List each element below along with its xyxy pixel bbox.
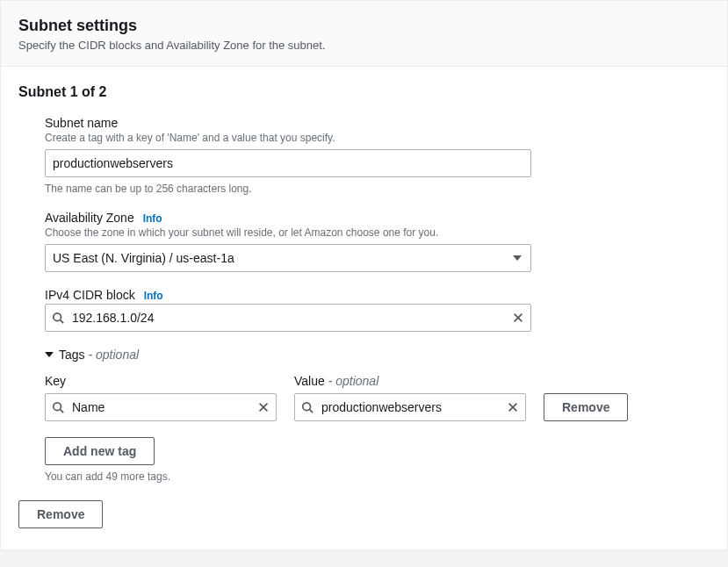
cidr-label-text: IPv4 CIDR block bbox=[45, 288, 135, 302]
tags-hint: You can add 49 more tags. bbox=[45, 470, 710, 483]
tag-key-col: Key bbox=[45, 374, 277, 421]
search-icon bbox=[301, 401, 314, 413]
subnet-section-title: Subnet 1 of 2 bbox=[18, 84, 710, 100]
svg-point-4 bbox=[54, 403, 61, 411]
svg-line-1 bbox=[61, 320, 64, 324]
caret-down-icon bbox=[45, 352, 54, 357]
subnet-settings-panel: Subnet settings Specify the CIDR blocks … bbox=[0, 0, 728, 550]
search-icon bbox=[52, 401, 64, 413]
cidr-info-link[interactable]: Info bbox=[144, 290, 163, 302]
tags-row: Key Value bbox=[45, 374, 710, 421]
search-icon bbox=[52, 312, 64, 324]
availability-zone-info-link[interactable]: Info bbox=[143, 212, 162, 225]
tag-value-input-wrap bbox=[294, 393, 526, 421]
svg-point-8 bbox=[303, 403, 311, 411]
remove-subnet-button[interactable]: Remove bbox=[18, 500, 103, 528]
tag-value-col: Value - optional bbox=[294, 374, 526, 421]
availability-zone-value: US East (N. Virginia) / us-east-1a bbox=[53, 251, 234, 265]
svg-point-0 bbox=[54, 313, 61, 321]
subnet-name-field: Subnet name Create a tag with a key of '… bbox=[45, 116, 710, 195]
close-icon[interactable] bbox=[507, 401, 519, 413]
cidr-input-wrap bbox=[45, 304, 531, 332]
panel-title: Subnet settings bbox=[18, 17, 710, 35]
tag-key-label: Key bbox=[45, 374, 277, 388]
availability-zone-select[interactable]: US East (N. Virginia) / us-east-1a bbox=[45, 244, 531, 272]
add-tag-button[interactable]: Add new tag bbox=[45, 437, 155, 465]
tags-toggle[interactable]: Tags - optional bbox=[45, 348, 710, 362]
remove-subnet-row: Remove bbox=[18, 500, 710, 528]
cidr-input[interactable] bbox=[45, 304, 531, 332]
close-icon[interactable] bbox=[512, 312, 524, 324]
availability-zone-label-text: Availability Zone bbox=[45, 211, 134, 225]
svg-line-9 bbox=[310, 410, 314, 413]
chevron-down-icon bbox=[513, 255, 522, 261]
tags-toggle-label: Tags - optional bbox=[59, 348, 139, 362]
close-icon[interactable] bbox=[257, 401, 270, 413]
remove-tag-button[interactable]: Remove bbox=[544, 393, 628, 421]
tag-key-input-wrap bbox=[45, 393, 277, 421]
subnet-name-input[interactable] bbox=[45, 149, 531, 177]
tag-value-label: Value - optional bbox=[294, 374, 526, 388]
panel-subtitle: Specify the CIDR blocks and Availability… bbox=[18, 39, 710, 52]
tag-remove-col: Remove bbox=[544, 393, 628, 421]
subnet-name-hint: The name can be up to 256 characters lon… bbox=[45, 183, 710, 195]
availability-zone-field: Availability Zone Info Choose the zone i… bbox=[45, 211, 710, 272]
cidr-label: IPv4 CIDR block Info bbox=[45, 288, 710, 302]
subnet-name-description: Create a tag with a key of 'Name' and a … bbox=[45, 132, 710, 144]
subnet-name-label: Subnet name bbox=[45, 116, 710, 130]
availability-zone-description: Choose the zone in which your subnet wil… bbox=[45, 226, 710, 239]
svg-line-5 bbox=[61, 410, 64, 413]
panel-body: Subnet 1 of 2 Subnet name Create a tag w… bbox=[1, 67, 727, 549]
cidr-field: IPv4 CIDR block Info bbox=[45, 288, 710, 332]
tags-section: Tags - optional Key bbox=[45, 348, 710, 483]
add-tag-row: Add new tag You can add 49 more tags. bbox=[45, 437, 710, 483]
tag-key-input[interactable] bbox=[45, 393, 277, 421]
panel-header: Subnet settings Specify the CIDR blocks … bbox=[1, 1, 727, 67]
tag-value-input[interactable] bbox=[294, 393, 526, 421]
availability-zone-label: Availability Zone Info bbox=[45, 211, 710, 225]
